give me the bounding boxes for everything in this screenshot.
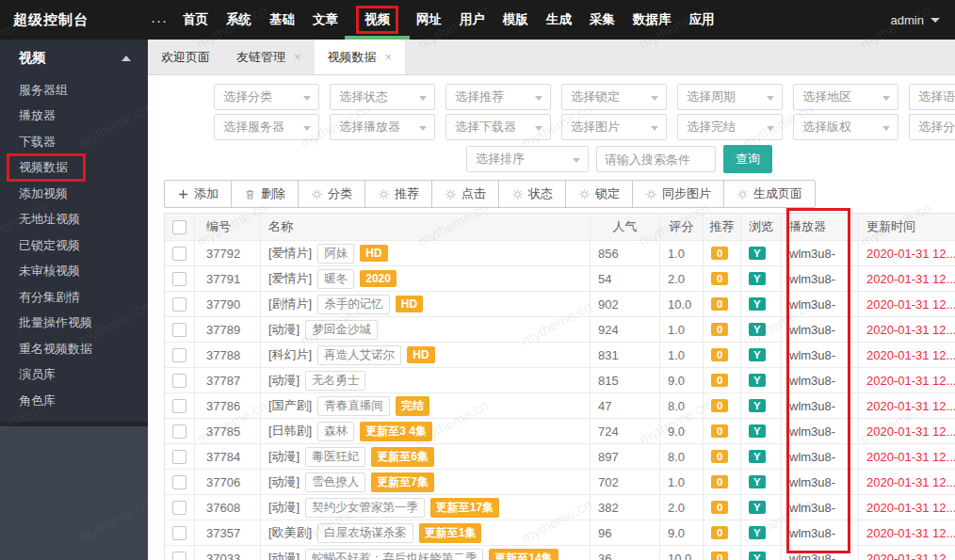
hits-cell: 54	[591, 266, 660, 291]
topnav-item[interactable]: 视频	[356, 0, 398, 40]
filter-select[interactable]: 选择语	[909, 84, 955, 110]
tab[interactable]: 欢迎页面	[148, 40, 223, 74]
topnav-item[interactable]: 生成	[546, 0, 572, 40]
filter-select[interactable]: 选择下载器	[445, 114, 551, 140]
topnav-item[interactable]: 模版	[503, 0, 528, 40]
view-cell: Y	[741, 546, 782, 560]
sidebar-item[interactable]: 批量操作视频	[0, 311, 148, 337]
hits-cell: 36	[591, 546, 660, 560]
view-cell: Y	[741, 520, 782, 545]
toolbar-button[interactable]: 同步图片	[632, 180, 724, 208]
filter-select[interactable]: 选择完结	[677, 114, 783, 140]
topnav-item[interactable]: 用户	[460, 0, 485, 40]
filter-select[interactable]: 选择分	[909, 114, 955, 140]
sidebar-item[interactable]: 下载器	[0, 129, 148, 155]
row-checkbox[interactable]	[172, 424, 186, 439]
sidebar-item[interactable]: 有分集剧情	[0, 284, 148, 311]
filter-select[interactable]: 选择状态	[330, 84, 435, 110]
recommend-cell: 0	[704, 292, 741, 316]
chevron-down-icon	[573, 158, 580, 163]
topnav-item[interactable]: 系统	[226, 0, 251, 40]
sidebar-item-label: 已锁定视频	[19, 237, 80, 254]
filter-select[interactable]: 选择分类	[214, 84, 319, 110]
filter-select[interactable]: 选择周期	[677, 84, 783, 110]
sidebar-item[interactable]: 添加视频	[0, 181, 148, 207]
tab-close-icon[interactable]: ×	[294, 50, 301, 64]
row-checkbox[interactable]	[172, 374, 186, 388]
toolbar-button[interactable]: 添加	[164, 180, 232, 208]
topnav-item[interactable]: 数据库	[633, 0, 672, 40]
row-checkbox[interactable]	[172, 501, 186, 515]
row-checkbox[interactable]	[172, 450, 186, 464]
row-checkbox[interactable]	[172, 475, 186, 489]
filter-select[interactable]: 选择地区	[793, 84, 898, 110]
status-badge: 更新至6集	[371, 447, 434, 467]
plus-icon	[177, 188, 189, 200]
toolbar-button[interactable]: 状态	[498, 180, 566, 208]
sidebar-item[interactable]: 播放器	[0, 104, 148, 130]
sidebar-item[interactable]: 无地址视频	[0, 207, 148, 233]
sidebar-item[interactable]: 未审核视频	[0, 259, 148, 285]
toolbar-button-label: 添加	[194, 185, 219, 202]
topnav-item[interactable]: 基础	[269, 0, 295, 40]
toolbar-button[interactable]: 推荐	[364, 180, 432, 208]
view-cell: Y	[741, 317, 782, 342]
filter-select[interactable]: 选择服务器	[214, 114, 319, 140]
topnav-item[interactable]: 采集	[590, 0, 615, 40]
sidebar-item[interactable]: 角色库	[0, 388, 148, 414]
sidebar-item[interactable]: 已锁定视频	[0, 232, 148, 259]
row-checkbox[interactable]	[172, 323, 186, 337]
sidebar-item-label: 播放器	[19, 107, 56, 124]
search-input[interactable]	[596, 146, 716, 172]
sidebar-item-label: 重名视频数据	[19, 341, 92, 358]
topnav-item[interactable]: 首页	[183, 0, 208, 40]
sidebar-section-header[interactable]: 视频	[0, 40, 148, 77]
toolbar-button[interactable]: 删除	[231, 180, 299, 208]
filter-select[interactable]: 选择版权	[793, 114, 898, 140]
sidebar-item[interactable]: 演员库	[0, 362, 148, 389]
toolbar-button[interactable]: 生成页面	[723, 180, 816, 208]
toolbar-button[interactable]: 分类	[298, 180, 365, 208]
topnav-item-label: 网址	[416, 8, 442, 31]
topnav-item[interactable]: 应用	[689, 0, 715, 40]
gear-icon	[378, 188, 390, 200]
status-badge: 更新至3 4集	[360, 422, 432, 441]
topnav-item[interactable]: 文章	[313, 0, 338, 40]
row-checkbox[interactable]	[172, 552, 186, 560]
chevron-down-icon	[535, 96, 542, 101]
row-checkbox[interactable]	[172, 399, 186, 413]
row-checkbox[interactable]	[172, 526, 186, 540]
filter-select[interactable]: 选择锁定	[561, 84, 667, 110]
admin-menu[interactable]: admin	[891, 13, 955, 27]
sidebar-item[interactable]: 重名视频数据	[0, 336, 148, 362]
more-menu-icon[interactable]: ···	[151, 12, 168, 28]
select-all-checkbox[interactable]	[172, 220, 186, 234]
topnav-item[interactable]: 网址	[416, 0, 442, 40]
chevron-down-icon	[931, 18, 940, 23]
filter-select-placeholder: 选择完结	[687, 119, 736, 136]
column-header: 编号	[195, 214, 261, 240]
sort-select[interactable]: 选择排序	[466, 146, 589, 172]
row-checkbox[interactable]	[172, 348, 186, 362]
row-checkbox[interactable]	[172, 297, 186, 312]
tab[interactable]: 友链管理×	[223, 40, 315, 74]
filter-select-placeholder: 选择图片	[571, 119, 620, 136]
filter-select-placeholder: 选择推荐	[455, 88, 504, 105]
date-cell: 2020-01-31 12...	[859, 241, 955, 265]
player-cell: wlm3u8-	[782, 546, 859, 560]
query-button[interactable]: 查询	[723, 145, 772, 173]
row-checkbox[interactable]	[172, 247, 186, 261]
sidebar-item[interactable]: 视频数据	[0, 155, 148, 182]
tab-close-icon[interactable]: ×	[385, 50, 393, 64]
row-checkbox[interactable]	[172, 272, 186, 286]
sidebar-item[interactable]: 服务器组	[0, 77, 148, 104]
video-title: 契约少女管家第一季	[305, 498, 425, 518]
filter-select[interactable]: 选择推荐	[445, 84, 551, 110]
view-cell: Y	[741, 368, 782, 392]
filter-select[interactable]: 选择播放器	[330, 114, 435, 140]
row-checkbox-cell	[165, 470, 195, 494]
filter-select[interactable]: 选择图片	[561, 114, 667, 140]
toolbar-button[interactable]: 锁定	[565, 180, 633, 208]
toolbar-button[interactable]: 点击	[431, 180, 499, 208]
tab[interactable]: 视频数据×	[315, 40, 406, 74]
